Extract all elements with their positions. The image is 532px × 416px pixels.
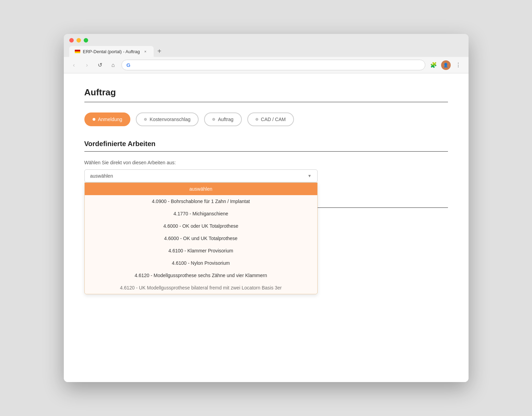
close-window-button[interactable] xyxy=(69,38,74,43)
browser-actions: 🧩 👤 ⋮ xyxy=(429,60,463,70)
tab-favicon xyxy=(75,50,80,53)
maximize-window-button[interactable] xyxy=(84,38,88,43)
forward-button[interactable]: › xyxy=(82,60,92,70)
dropdown-item-7[interactable]: 4.6120 - Modellgussprothese sechs Zähne … xyxy=(85,269,317,282)
google-logo: G xyxy=(127,62,131,68)
extensions-button[interactable]: 🧩 xyxy=(429,60,438,70)
browser-window: ERP-Dental (portal) - Auftrag × + ‹ › ↺ … xyxy=(64,34,469,382)
dropdown-item-2[interactable]: 4.1770 - Michiganschiene xyxy=(85,207,317,220)
dropdown-arrow-icon: ▼ xyxy=(308,174,312,178)
tab-close-button[interactable]: × xyxy=(143,49,148,54)
profile-avatar[interactable]: 👤 xyxy=(441,60,451,70)
tabs-bar: ERP-Dental (portal) - Auftrag × + xyxy=(69,46,463,57)
vordefinierte-section: Vordefinierte Arbeiten Wählen Sie direkt… xyxy=(84,140,448,182)
page-content: Auftrag Anmeldung Kostenvoranschlag Auft… xyxy=(64,73,469,382)
dropdown-item-3[interactable]: 4.6000 - OK oder UK Totalprothese xyxy=(85,220,317,232)
dropdown-menu: auswählen 4.0900 - Bohrschablone für 1 Z… xyxy=(84,182,318,294)
vordefinierte-dropdown: auswählen ▼ auswählen 4.0900 - Bohrschab… xyxy=(84,169,318,182)
new-tab-button[interactable]: + xyxy=(154,47,165,57)
minimize-window-button[interactable] xyxy=(76,38,81,43)
step-cadcam[interactable]: CAD / CAM xyxy=(247,112,294,126)
title-bar: ERP-Dental (portal) - Auftrag × + xyxy=(64,34,469,57)
reload-button[interactable]: ↺ xyxy=(95,60,105,70)
tab-title: ERP-Dental (portal) - Auftrag xyxy=(83,49,140,54)
vordefinierte-label: Wählen Sie direkt von diesen Arbeiten au… xyxy=(84,160,448,165)
step-kostenvoranschlag[interactable]: Kostenvoranschlag xyxy=(136,112,199,126)
dropdown-item-4[interactable]: 4.6000 - OK und UK Totalprothese xyxy=(85,232,317,245)
step-anmeldung[interactable]: Anmeldung xyxy=(84,112,131,126)
home-button[interactable]: ⌂ xyxy=(108,60,118,70)
active-tab[interactable]: ERP-Dental (portal) - Auftrag × xyxy=(69,46,154,57)
menu-button[interactable]: ⋮ xyxy=(453,60,463,70)
vordefinierte-title: Vordefinierte Arbeiten xyxy=(84,140,448,152)
dropdown-item-5[interactable]: 4.6100 - Klammer Provisorium xyxy=(85,245,317,257)
page-title: Auftrag xyxy=(84,87,448,102)
step-auftrag[interactable]: Auftrag xyxy=(204,112,241,126)
step-buttons: Anmeldung Kostenvoranschlag Auftrag CAD … xyxy=(84,112,448,126)
dropdown-item-8[interactable]: 4.6120 - UK Modellgussprothese bilateral… xyxy=(85,282,317,294)
step-dot xyxy=(93,118,95,121)
back-button[interactable]: ‹ xyxy=(69,60,79,70)
step-dot xyxy=(144,118,147,121)
address-input[interactable] xyxy=(133,62,420,68)
dropdown-item-1[interactable]: 4.0900 - Bohrschablone für 1 Zahn / Impl… xyxy=(85,195,317,207)
step-auftrag-label: Auftrag xyxy=(218,117,233,122)
step-anmeldung-label: Anmeldung xyxy=(98,117,122,122)
step-dot xyxy=(256,118,258,121)
step-dot xyxy=(212,118,215,121)
address-bar: ‹ › ↺ ⌂ G 🧩 👤 ⋮ xyxy=(64,57,469,73)
dropdown-item-6[interactable]: 4.6100 - Nylon Provisorium xyxy=(85,257,317,269)
address-input-wrap: G xyxy=(121,60,425,70)
dropdown-item-select[interactable]: auswählen xyxy=(85,183,317,195)
dropdown-value: auswählen xyxy=(90,173,113,179)
step-cadcam-label: CAD / CAM xyxy=(261,117,286,122)
traffic-lights xyxy=(69,38,463,43)
step-kostenvoranschlag-label: Kostenvoranschlag xyxy=(150,117,190,122)
dropdown-trigger[interactable]: auswählen ▼ xyxy=(84,169,318,182)
